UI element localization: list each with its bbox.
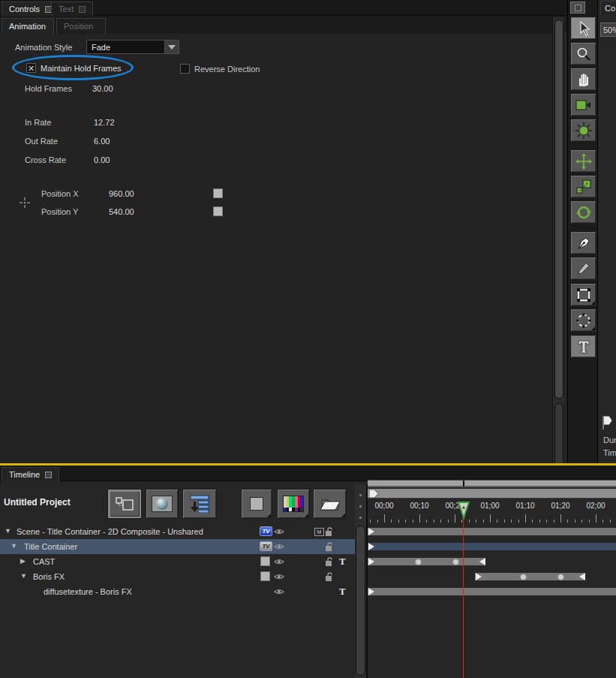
visibility-eye-icon[interactable] xyxy=(274,588,284,595)
tool-camera-button[interactable] xyxy=(570,93,596,116)
new-scene-button[interactable] xyxy=(107,489,142,519)
clip-bar[interactable] xyxy=(368,528,616,535)
track-row-boris-fx[interactable]: ▼ Boris FX xyxy=(0,569,355,584)
clip-start-marker[interactable] xyxy=(368,543,374,550)
lock-open-icon[interactable] xyxy=(325,527,333,537)
track-row-diffusetexture[interactable]: diffusetexture - Boris FX T xyxy=(0,584,355,599)
zoom-bar-center-tick[interactable] xyxy=(463,481,464,487)
position-y-param-button[interactable] xyxy=(213,206,223,216)
caret-down-icon[interactable]: ▼ xyxy=(20,572,27,580)
caret-down-icon[interactable]: ▼ xyxy=(5,527,11,535)
tool-pan-button[interactable] xyxy=(570,68,596,91)
matte-icon[interactable]: M xyxy=(314,528,324,536)
out-rate-value[interactable]: 6.00 xyxy=(94,137,110,146)
tool-scale-button[interactable] xyxy=(570,175,596,198)
new-media-button[interactable] xyxy=(146,489,179,519)
maintain-hold-frames-checkbox[interactable] xyxy=(26,63,36,73)
tool-move-button[interactable] xyxy=(570,149,596,173)
home-marker-icon[interactable] xyxy=(369,490,380,499)
ruler-tick xyxy=(504,520,505,523)
viewer-zoom-level-button[interactable]: 50% xyxy=(600,23,616,37)
ruler-tick xyxy=(434,520,434,523)
track-row-cast[interactable]: ▶ CAST T xyxy=(0,554,355,569)
reverse-direction-label: Reverse Direction xyxy=(194,65,260,74)
clip-bar[interactable] xyxy=(368,558,485,565)
ruler-tick xyxy=(575,520,575,523)
rectangle-shape-icon xyxy=(575,287,592,303)
tab-animation[interactable]: Animation xyxy=(2,18,54,34)
controls-scrollbar-track[interactable] xyxy=(552,17,564,463)
solid-color-icon xyxy=(250,497,263,511)
tool-pencil-button[interactable] xyxy=(570,257,596,280)
clip-bar[interactable] xyxy=(368,543,616,550)
dropdown-button[interactable] xyxy=(164,41,179,53)
position-x-value[interactable]: 960.00 xyxy=(109,189,134,198)
clip-end-marker[interactable] xyxy=(479,558,485,565)
position-y-value[interactable]: 540.00 xyxy=(109,207,134,216)
tab-composite-partial[interactable]: Co xyxy=(600,1,616,15)
timeline-marker-bar[interactable] xyxy=(368,489,616,499)
clip-start-marker[interactable] xyxy=(368,528,374,535)
visibility-eye-icon[interactable] xyxy=(274,573,284,580)
caret-right-icon[interactable]: ▶ xyxy=(20,557,26,565)
timeline-ruler[interactable]: 00;0000;1000;2001;0001;1001;2002;00 xyxy=(368,499,616,524)
track-row-scene[interactable]: ▼ Scene - Title Container - 2D Composite… xyxy=(0,524,355,539)
cross-rate-value[interactable]: 0.00 xyxy=(94,155,110,164)
text-layer-icon: T xyxy=(339,586,346,598)
hold-frames-value[interactable]: 30.00 xyxy=(92,84,113,93)
visibility-eye-icon[interactable] xyxy=(274,558,284,565)
lock-open-icon[interactable] xyxy=(325,557,333,567)
tool-text-button[interactable] xyxy=(570,335,596,358)
keyframe-marker[interactable] xyxy=(557,574,564,580)
ruler-label: 02;00 xyxy=(586,502,605,510)
text-layer-icon: T xyxy=(339,556,346,568)
tool-light-button[interactable] xyxy=(570,119,596,142)
detach-icon[interactable] xyxy=(79,6,86,13)
marker-icon[interactable] xyxy=(602,414,615,431)
lock-open-icon[interactable] xyxy=(325,572,333,582)
clip-bar[interactable] xyxy=(368,588,616,595)
tool-selection-button[interactable] xyxy=(570,17,596,40)
solid-color-media-button[interactable] xyxy=(241,489,272,519)
reverse-direction-checkbox[interactable] xyxy=(180,64,190,74)
animation-style-dropdown[interactable]: Fade xyxy=(86,40,179,54)
playhead-handle[interactable] xyxy=(457,502,470,520)
clip-start-marker[interactable] xyxy=(368,588,374,595)
keyframe-marker[interactable] xyxy=(520,574,527,580)
tool-pen-button[interactable] xyxy=(570,231,596,255)
tab-timeline[interactable]: Timeline xyxy=(2,467,59,481)
timeline-zoom-bar[interactable] xyxy=(368,480,616,487)
tool-column xyxy=(567,0,597,463)
flyout-corner-icon xyxy=(591,301,595,305)
clip-start-marker[interactable] xyxy=(476,573,482,580)
position-crosshair-icon[interactable] xyxy=(19,197,31,209)
layer-swatch-icon xyxy=(260,571,270,581)
tool-ellipse-button[interactable] xyxy=(570,309,596,332)
tool-rotate-button[interactable] xyxy=(570,200,596,224)
tab-position[interactable]: Position xyxy=(56,18,106,34)
color-bars-media-button[interactable] xyxy=(277,489,310,519)
import-media-button[interactable] xyxy=(313,489,347,519)
track-row-title-container[interactable]: ▼ Title Container TV xyxy=(0,539,355,554)
clip-end-marker[interactable] xyxy=(579,573,585,580)
tab-text[interactable]: Text xyxy=(51,2,93,16)
lock-open-icon[interactable] xyxy=(325,542,333,552)
detach-icon[interactable] xyxy=(45,472,52,478)
hold-frames-label: Hold Frames xyxy=(25,84,72,93)
visibility-eye-icon[interactable] xyxy=(274,543,284,550)
controls-scrollbar-thumb[interactable] xyxy=(554,20,563,399)
tool-rectangle-button[interactable] xyxy=(570,283,596,306)
clip-bar[interactable] xyxy=(475,573,584,580)
caret-down-icon[interactable]: ▼ xyxy=(11,542,17,550)
visibility-eye-icon[interactable] xyxy=(274,528,284,535)
ruler-tick xyxy=(405,520,406,523)
tool-zoom-button[interactable] xyxy=(570,42,596,65)
keyframe-marker[interactable] xyxy=(452,559,459,565)
clip-start-marker[interactable] xyxy=(368,558,374,565)
panel-detach-button[interactable] xyxy=(570,2,585,14)
in-rate-value[interactable]: 12.72 xyxy=(94,118,115,127)
position-x-param-button[interactable] xyxy=(213,188,223,198)
keyframe-marker[interactable] xyxy=(415,559,422,565)
timeline-scrollbar-thumb[interactable] xyxy=(356,526,365,676)
add-track-button[interactable] xyxy=(182,489,217,519)
